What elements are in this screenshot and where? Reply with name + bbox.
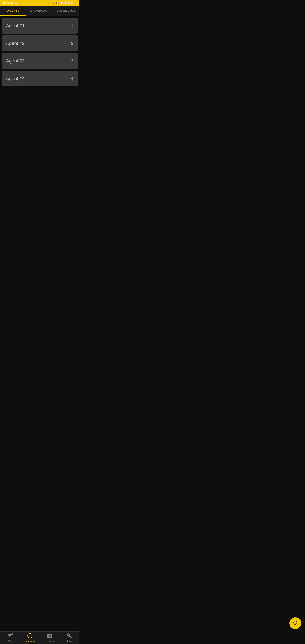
agent-number-3: 3 bbox=[71, 58, 74, 64]
svg-rect-3 bbox=[66, 2, 66, 4]
tab-bar: AGENTS BROADCAST LOCAL BUZZ bbox=[0, 6, 80, 16]
agent-name-3: Agent #3 bbox=[6, 58, 24, 64]
svg-rect-4 bbox=[66, 2, 67, 4]
cloud-icon: ☁ bbox=[14, 2, 17, 4]
photo-icon: 🖼 bbox=[11, 2, 13, 4]
svg-rect-2 bbox=[65, 2, 66, 4]
agent-item-3[interactable]: Agent #3 3 bbox=[2, 53, 78, 69]
status-bar: 10:23 🖼 ☁ 🔒 🔇 bbox=[0, 0, 80, 6]
agent-number-2: 2 bbox=[71, 41, 74, 46]
status-bar-left: 10:23 🖼 ☁ bbox=[2, 2, 17, 5]
tab-agents[interactable]: AGENTS bbox=[0, 6, 26, 16]
agent-name-1: Agent #1 bbox=[6, 23, 24, 28]
agent-item-1[interactable]: Agent #1 1 bbox=[2, 18, 78, 34]
battery-icon: 🔋 bbox=[74, 2, 77, 4]
status-bar-right: 🔒 🔇 91% 🔋 bbox=[52, 2, 77, 4]
svg-rect-1 bbox=[64, 3, 65, 4]
agent-number-4: 4 bbox=[71, 76, 74, 81]
battery-percent: 91% bbox=[68, 2, 73, 4]
mute-icon: 🔇 bbox=[56, 2, 59, 4]
agent-name-4: Agent #4 bbox=[6, 76, 24, 81]
agent-item-4[interactable]: Agent #4 4 bbox=[2, 70, 78, 86]
signal-icon bbox=[64, 2, 67, 4]
content-area: Agent #1 1 Agent #2 2 Agent #3 3 Agent #… bbox=[0, 16, 80, 172]
agent-list: Agent #1 1 Agent #2 2 Agent #3 3 Agent #… bbox=[0, 18, 80, 86]
agent-item-2[interactable]: Agent #2 2 bbox=[2, 36, 78, 51]
time-display: 10:23 bbox=[2, 2, 10, 5]
wifi-status-icon bbox=[60, 2, 63, 4]
tab-local-buzz[interactable]: LOCAL BUZZ bbox=[53, 6, 80, 16]
tab-broadcast[interactable]: BROADCAST bbox=[26, 6, 53, 16]
app-container: 10:23 🖼 ☁ 🔒 🔇 bbox=[0, 0, 80, 172]
agent-name-2: Agent #2 bbox=[6, 41, 24, 46]
lock-icon: 🔒 bbox=[52, 2, 55, 4]
agent-number-1: 1 bbox=[71, 23, 74, 28]
svg-rect-0 bbox=[64, 4, 64, 4]
